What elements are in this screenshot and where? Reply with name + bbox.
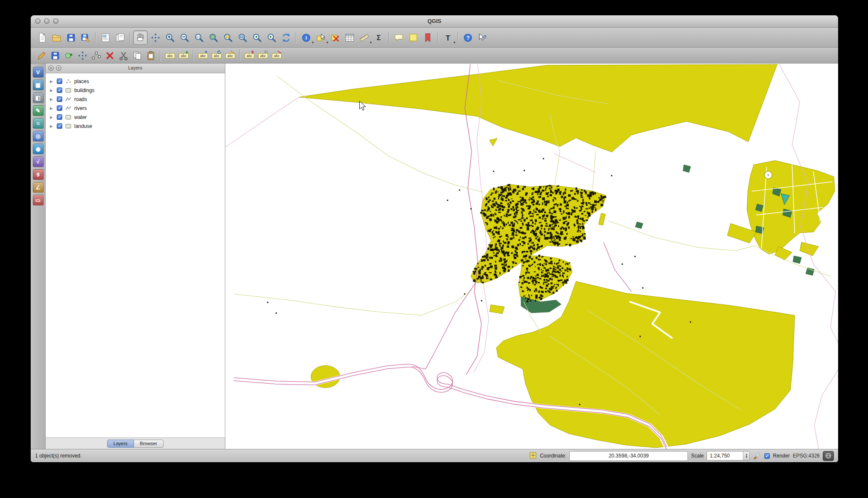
georeferencer-button[interactable]: ∠: [33, 182, 44, 193]
layer-checkbox[interactable]: ✓: [57, 78, 62, 84]
pan-map-button[interactable]: [133, 30, 148, 45]
add-vector-layer-button[interactable]: V: [33, 67, 44, 78]
add-raster-layer-button[interactable]: ▦: [33, 80, 44, 90]
layer-checkbox[interactable]: ✓: [57, 123, 62, 129]
toggle-editing-button[interactable]: [35, 49, 48, 61]
measure-button[interactable]: ▾: [357, 31, 371, 44]
label-highlight-button[interactable]: abc: [256, 49, 269, 61]
layer-row-water[interactable]: ▶✓water: [46, 113, 225, 122]
pan-to-selection-button[interactable]: [149, 31, 162, 44]
redraw-brush-icon[interactable]: [753, 451, 761, 461]
cut-features-button[interactable]: [117, 49, 130, 61]
disclosure-triangle-icon[interactable]: ▶: [50, 106, 54, 110]
crs-status-button[interactable]: [823, 451, 834, 461]
copy-features-button[interactable]: [131, 49, 143, 61]
panel-float-icon[interactable]: +: [56, 65, 61, 71]
add-spatialite-layer-button[interactable]: ≈: [33, 118, 44, 129]
add-wfs-layer-button[interactable]: ◉: [33, 144, 44, 154]
composer-manager-button[interactable]: [113, 31, 127, 44]
open-project-button[interactable]: [50, 31, 63, 44]
save-edits-button[interactable]: [49, 49, 61, 61]
map-tips-button[interactable]: [392, 31, 405, 44]
help-contents-button[interactable]: ?: [461, 31, 475, 44]
new-bookmark-button[interactable]: [421, 31, 434, 44]
zoom-to-layer-icon: [237, 32, 248, 43]
move-feature-button[interactable]: [76, 49, 89, 61]
deselect-features-button[interactable]: [328, 31, 342, 44]
label-properties-icon: abc: [225, 50, 236, 61]
text-annotation-button[interactable]: [406, 31, 420, 44]
save-project-as-button[interactable]: [79, 31, 92, 44]
add-feature-button[interactable]: [62, 49, 75, 61]
layer-checkbox[interactable]: ✓: [57, 114, 62, 120]
zoom-last-button[interactable]: [250, 31, 264, 44]
scale-stepper-icon[interactable]: ▲▼: [743, 452, 749, 460]
label-properties-button[interactable]: abc: [224, 49, 236, 61]
layer-row-rivers[interactable]: ▶✓rivers: [46, 104, 225, 113]
new-shapefile-layer-button[interactable]: ✎: [33, 105, 44, 116]
osm-tool-button[interactable]: 9: [33, 169, 44, 180]
label-pin-button[interactable]: abc: [243, 49, 256, 61]
zoom-native-button[interactable]: 1:1: [192, 31, 206, 44]
select-features-button[interactable]: ▾: [314, 31, 327, 44]
disclosure-triangle-icon[interactable]: ▶: [50, 115, 54, 119]
layer-checkbox[interactable]: ✓: [57, 87, 62, 93]
disclosure-triangle-icon[interactable]: ▶: [50, 88, 54, 93]
zoom-in-button[interactable]: [163, 31, 177, 44]
minimize-window-button[interactable]: [44, 18, 50, 24]
tab-browser[interactable]: Browser: [134, 440, 163, 448]
layer-row-buildings[interactable]: ▶✓buildings: [46, 86, 225, 95]
layer-row-roads[interactable]: ▶✓roads: [46, 95, 225, 104]
layer-row-landuse[interactable]: ▶✓landuse: [46, 122, 225, 130]
layer-row-places[interactable]: ▶✓places: [46, 77, 225, 86]
layer-label: buildings: [74, 87, 94, 93]
title-bar[interactable]: QGIS: [31, 15, 838, 28]
new-print-composer-button[interactable]: [99, 31, 112, 44]
zoom-window-button[interactable]: [53, 18, 58, 24]
identify-features-button[interactable]: i▾: [299, 31, 313, 44]
save-project-button[interactable]: [64, 31, 78, 44]
render-label: Render: [773, 453, 789, 459]
label-move-button[interactable]: abc: [196, 49, 209, 61]
close-window-button[interactable]: [35, 18, 41, 24]
remove-layer-button[interactable]: ▭: [33, 195, 44, 206]
layer-label: places: [74, 78, 89, 84]
whats-this-button[interactable]: ?: [475, 31, 489, 44]
statistical-summary-button[interactable]: Σ: [372, 31, 385, 44]
label-add-button[interactable]: abc: [177, 49, 190, 61]
open-attribute-table-button[interactable]: [343, 31, 356, 44]
panel-close-icon[interactable]: ×: [48, 65, 54, 71]
node-tool-button[interactable]: [90, 49, 102, 61]
zoom-to-selection-button[interactable]: [221, 31, 235, 44]
scale-combo[interactable]: ▲▼: [707, 451, 750, 460]
render-checkbox[interactable]: ✓: [764, 453, 770, 459]
tab-layers[interactable]: Layers: [107, 440, 134, 448]
delete-selected-button[interactable]: [103, 49, 116, 61]
node-tool-icon: [91, 50, 102, 61]
dropdown-arrow-icon[interactable]: ▾: [454, 41, 455, 44]
disclosure-triangle-icon[interactable]: ▶: [50, 97, 54, 101]
zoom-out-button[interactable]: [178, 31, 191, 44]
layer-labeling-options-button[interactable]: abc: [163, 49, 176, 61]
zoom-next-button[interactable]: [265, 31, 278, 44]
svg-text:abc: abc: [227, 54, 233, 58]
refresh-map-button[interactable]: [279, 31, 293, 44]
scale-input[interactable]: [707, 452, 743, 460]
zoom-to-layer-button[interactable]: [236, 31, 249, 44]
add-database-layer-button[interactable]: ◧: [33, 93, 44, 103]
svg-text:abc: abc: [274, 54, 279, 58]
coordinate-input[interactable]: [569, 451, 688, 461]
disclosure-triangle-icon[interactable]: ▶: [50, 79, 54, 84]
map-canvas[interactable]: [225, 64, 838, 449]
new-project-button[interactable]: [35, 31, 49, 44]
label-show-hide-button[interactable]: abc: [270, 49, 283, 61]
layer-checkbox[interactable]: ✓: [57, 96, 62, 102]
label-rotate-button[interactable]: abc: [210, 49, 223, 61]
label-tool-button[interactable]: T▾: [441, 31, 454, 44]
add-delimited-text-button[interactable]: √: [33, 156, 44, 167]
disclosure-triangle-icon[interactable]: ▶: [50, 124, 54, 128]
layer-checkbox[interactable]: ✓: [57, 105, 62, 111]
paste-features-button[interactable]: [144, 49, 157, 61]
add-wms-layer-button[interactable]: ◎: [33, 131, 44, 142]
zoom-full-button[interactable]: [207, 31, 220, 44]
